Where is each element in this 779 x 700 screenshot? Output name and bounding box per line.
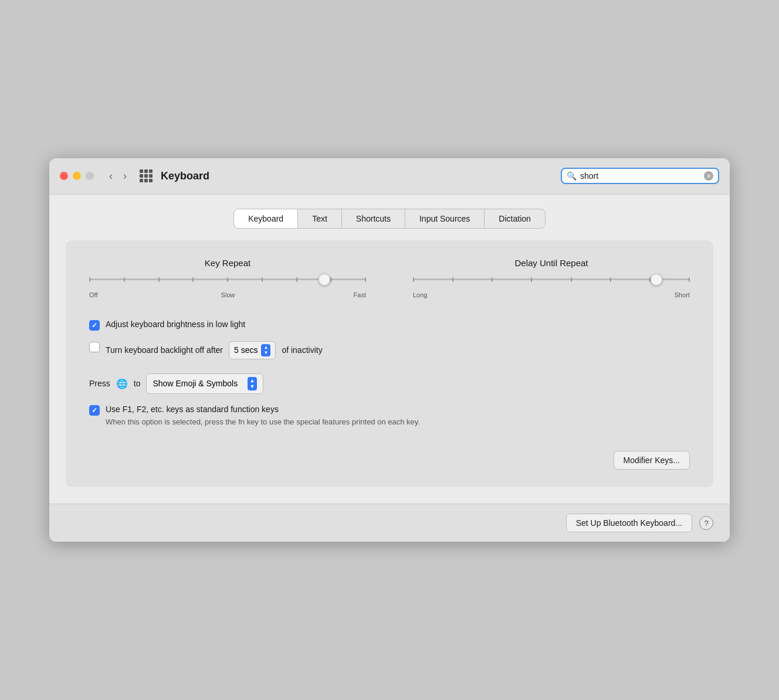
main-panel: Key Repeat (66, 240, 713, 488)
backlight-stepper-icon: ▲ ▼ (261, 344, 270, 356)
delay-repeat-sublabels: Long Short (413, 291, 690, 298)
titlebar: ‹ › Keyboard 🔍 ✕ (49, 158, 730, 195)
key-repeat-label: Key Repeat (205, 258, 250, 268)
help-button[interactable]: ? (699, 516, 713, 530)
nav-arrows: ‹ › (106, 169, 130, 184)
press-to: to (134, 379, 141, 388)
tab-dictation[interactable]: Dictation (485, 209, 544, 228)
function-keys-row: Use F1, F2, etc. keys as standard functi… (89, 405, 690, 428)
tabs-bar: Keyboard Text Shortcuts Input Sources Di… (233, 209, 546, 229)
press-globe-value: Show Emoji & Symbols (153, 379, 238, 388)
set-up-bluetooth-button[interactable]: Set Up Bluetooth Keyboard... (566, 514, 692, 532)
close-button[interactable] (60, 172, 68, 180)
tab-text[interactable]: Text (298, 209, 342, 228)
key-repeat-thumb[interactable] (319, 274, 330, 286)
keyboard-window: ‹ › Keyboard 🔍 ✕ Keyboard Text Shortcuts… (49, 158, 730, 542)
delay-repeat-label: Delay Until Repeat (514, 258, 588, 268)
function-keys-checkbox[interactable] (89, 405, 100, 416)
tab-keyboard[interactable]: Keyboard (234, 209, 298, 228)
modifier-keys-button[interactable]: Modifier Keys... (614, 451, 690, 470)
window-title: Keyboard (161, 170, 209, 182)
back-arrow[interactable]: ‹ (106, 169, 116, 184)
brightness-label: Adjust keyboard brightness in low light (106, 320, 245, 329)
backlight-inline: Turn keyboard backlight off after 5 secs… (106, 341, 323, 359)
apps-grid-icon[interactable] (140, 169, 153, 182)
backlight-checkbox[interactable] (89, 342, 100, 352)
backlight-time-select[interactable]: 5 secs ▲ ▼ (229, 341, 276, 359)
maximize-button[interactable] (86, 172, 94, 180)
press-globe-row: Press 🌐 to Show Emoji & Symbols ▲ ▼ (89, 373, 690, 394)
delay-repeat-short-label: Short (675, 291, 690, 298)
key-repeat-slow-label: Slow (221, 291, 235, 298)
search-input[interactable] (580, 171, 700, 181)
globe-icon: 🌐 (116, 378, 128, 389)
tab-shortcuts[interactable]: Shortcuts (342, 209, 405, 228)
sliders-section: Key Repeat (89, 258, 690, 298)
function-keys-text-block: Use F1, F2, etc. keys as standard functi… (106, 405, 420, 428)
backlight-label: Turn keyboard backlight off after (106, 345, 223, 355)
traffic-lights (60, 172, 94, 180)
forward-arrow[interactable]: › (120, 169, 130, 184)
delay-repeat-slider[interactable] (413, 274, 690, 286)
key-repeat-fast-label: Fast (354, 291, 366, 298)
backlight-select-value: 5 secs (234, 345, 258, 355)
function-keys-description: When this option is selected, press the … (106, 416, 420, 428)
key-repeat-slider[interactable] (89, 274, 366, 286)
key-repeat-off-label: Off (89, 291, 97, 298)
press-globe-dropdown-arrows: ▲ ▼ (248, 377, 258, 390)
bottom-bar: Set Up Bluetooth Keyboard... ? (49, 504, 730, 542)
delay-repeat-group: Delay Until Repeat (413, 258, 690, 298)
brightness-row: Adjust keyboard brightness in low light (89, 320, 690, 331)
press-prefix: Press (89, 379, 110, 388)
key-repeat-sublabels: Off Slow Fast (89, 291, 366, 298)
minimize-button[interactable] (73, 172, 81, 180)
backlight-row-inner: Turn keyboard backlight off after 5 secs… (89, 341, 690, 359)
settings-area: Adjust keyboard brightness in low light … (89, 320, 690, 428)
backlight-row: Turn keyboard backlight off after 5 secs… (89, 341, 690, 359)
delay-repeat-thumb[interactable] (651, 274, 662, 286)
function-keys-label: Use F1, F2, etc. keys as standard functi… (106, 405, 420, 414)
search-icon: 🔍 (567, 171, 577, 181)
panel-footer-buttons: Modifier Keys... (89, 451, 690, 470)
backlight-trailing: of inactivity (282, 345, 322, 355)
brightness-checkbox[interactable] (89, 320, 100, 331)
search-box[interactable]: 🔍 ✕ (561, 168, 719, 184)
key-repeat-group: Key Repeat (89, 258, 366, 298)
press-globe-dropdown[interactable]: Show Emoji & Symbols ▲ ▼ (146, 373, 263, 394)
search-clear-button[interactable]: ✕ (704, 171, 713, 181)
content-area: Keyboard Text Shortcuts Input Sources Di… (49, 195, 730, 504)
delay-repeat-long-label: Long (413, 291, 427, 298)
tab-input-sources[interactable]: Input Sources (405, 209, 485, 228)
